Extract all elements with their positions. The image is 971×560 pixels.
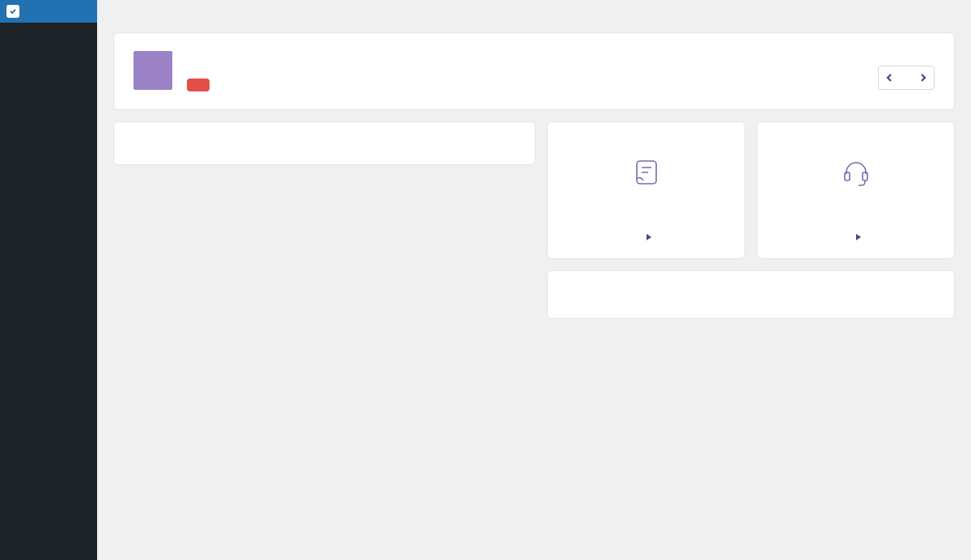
documentation-forum-card xyxy=(547,121,745,259)
page-title xyxy=(113,0,955,32)
admin-sidebar xyxy=(0,0,97,560)
pager-prev-button[interactable] xyxy=(879,66,901,89)
brand-header[interactable] xyxy=(0,0,97,23)
pager-next-button[interactable] xyxy=(911,66,934,89)
sidebar-main-menu xyxy=(0,31,97,34)
pro-badge xyxy=(134,51,172,90)
visit-documentation-link[interactable] xyxy=(641,234,652,240)
join-support-link[interactable] xyxy=(850,234,862,240)
setup-checklist-card xyxy=(113,121,536,165)
support-forum-card xyxy=(757,121,955,259)
promo-pager xyxy=(878,66,935,90)
caret-right-icon xyxy=(646,234,652,240)
svg-rect-2 xyxy=(863,172,867,180)
go-to-settings-button[interactable] xyxy=(187,78,210,91)
headset-icon xyxy=(838,155,874,190)
main-content xyxy=(97,0,971,335)
quick-links-card xyxy=(547,270,955,319)
svg-rect-1 xyxy=(845,172,850,180)
promo-card xyxy=(113,32,955,110)
brand-icon xyxy=(6,5,19,18)
document-icon xyxy=(629,155,664,190)
caret-right-icon xyxy=(855,234,862,240)
